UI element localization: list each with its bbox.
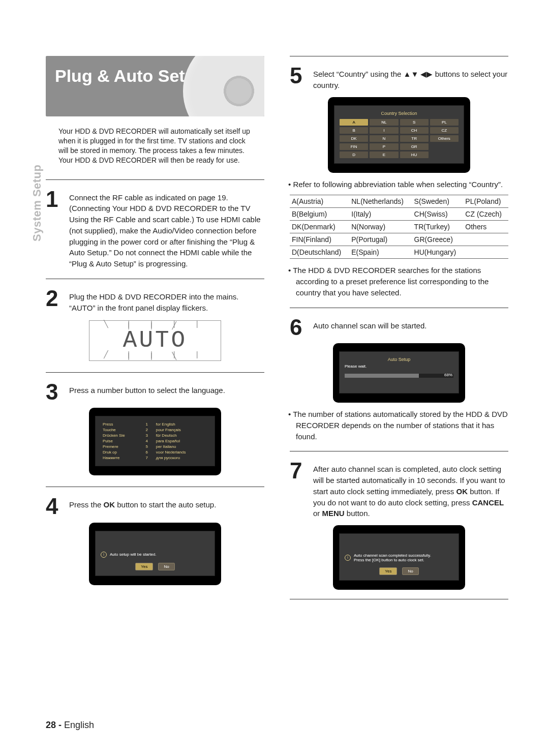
tv-autosetup-start: i Auto setup will be started. Yes No xyxy=(89,523,221,585)
tv-language: Press1for English Touche2pour Français D… xyxy=(89,408,221,475)
progress-bar: 68% xyxy=(345,374,453,378)
arrow-icons: ▲▼ ◀▶ xyxy=(404,70,433,78)
manual-page: System Setup Plug & Auto Setup Your HDD … xyxy=(0,0,549,756)
step-text: Plug the HDD & DVD RECORDER into the mai… xyxy=(69,288,264,314)
info-icon: i xyxy=(101,552,107,558)
seg7-word: AUTO xyxy=(94,329,217,352)
note-search: The HDD & DVD RECORDER searches for the … xyxy=(296,265,508,298)
abbreviation-table: A(Austria)NL(Netherlands)S(Sweden)PL(Pol… xyxy=(290,195,508,259)
page-number: 28 - xyxy=(46,720,62,730)
separator xyxy=(290,308,508,308)
step-text: After auto channel scan is completed, au… xyxy=(313,461,508,519)
country-header: Country Selection xyxy=(340,111,459,116)
language-list: Press1for English Touche2pour Français D… xyxy=(101,421,209,461)
step-text: Select “Country” using the ▲▼ ◀▶ buttons… xyxy=(313,66,508,91)
step-number: 7 xyxy=(290,461,307,481)
separator xyxy=(290,451,508,451)
right-column: 5 Select “Country” using the ▲▼ ◀▶ butto… xyxy=(290,56,508,609)
separator xyxy=(46,179,264,180)
scan-header: Auto Setup xyxy=(345,357,453,362)
step-1: 1 Connect the RF cable as indicated on p… xyxy=(46,189,264,269)
side-tab: System Setup xyxy=(30,165,44,242)
step-7: 7 After auto channel scan is completed, … xyxy=(290,461,508,519)
step-number: 6 xyxy=(290,317,307,338)
page-language: English xyxy=(64,720,94,730)
yes-button[interactable]: Yes xyxy=(379,567,397,575)
intro-paragraph: Your HDD & DVD RECORDER will automatical… xyxy=(58,127,252,165)
info-icon: i xyxy=(345,555,351,561)
tv-country: Country Selection ANLSPL BICHCZ DKNTROth… xyxy=(328,97,470,173)
done-line2: Press the [OK] button to auto clock set. xyxy=(354,558,431,562)
no-button[interactable]: No xyxy=(402,567,418,575)
progress-pct: 68% xyxy=(444,373,452,377)
tv-scan: Auto Setup Please wait. 68% xyxy=(333,343,465,403)
autosetup-msg: Auto setup will be started. xyxy=(110,552,157,557)
step-5: 5 Select “Country” using the ▲▼ ◀▶ butto… xyxy=(290,66,508,91)
step-6: 6 Auto channel scan will be started. xyxy=(290,317,508,338)
disc-graphic xyxy=(183,56,264,116)
step-number: 1 xyxy=(46,189,63,209)
step-number: 3 xyxy=(46,382,63,402)
tv-done: i Auto channel scan completed successful… xyxy=(333,525,465,590)
step-text: Press the OK button to start the auto se… xyxy=(69,496,264,510)
front-panel-display: ╲ | | | | | | ╱ AUTO ╱ | | | | | | ╲ xyxy=(89,320,221,360)
step-number: 5 xyxy=(290,66,307,86)
scan-wait: Please wait. xyxy=(345,364,453,369)
step-2: 2 Plug the HDD & DVD RECORDER into the m… xyxy=(46,288,264,314)
page-footer: 28 - English xyxy=(46,720,94,731)
done-line1: Auto channel scan completed successfully… xyxy=(354,553,431,558)
step-3: 3 Press a number button to select the la… xyxy=(46,382,264,402)
step-number: 4 xyxy=(46,496,63,517)
step-text: Press a number button to select the lang… xyxy=(69,382,264,396)
step-number: 2 xyxy=(46,288,63,309)
step-text: Auto channel scan will be started. xyxy=(313,317,508,331)
separator xyxy=(46,279,264,279)
note-stations: The number of stations automatically sto… xyxy=(296,409,508,442)
step-text: Connect the RF cable as indicated on pag… xyxy=(69,189,264,269)
note-abbr: Refer to following abbreviation table wh… xyxy=(296,179,508,190)
separator xyxy=(46,372,264,373)
separator xyxy=(290,56,508,56)
left-column: Plug & Auto Setup Your HDD & DVD RECORDE… xyxy=(46,56,264,585)
page-title: Plug & Auto Setup xyxy=(46,56,264,116)
country-grid[interactable]: ANLSPL BICHCZ DKNTROthers FINPGR DEHU xyxy=(340,119,459,158)
separator xyxy=(46,487,264,487)
separator xyxy=(290,599,508,599)
no-button[interactable]: No xyxy=(158,563,174,570)
yes-button[interactable]: Yes xyxy=(135,563,153,570)
step-4: 4 Press the OK button to start the auto … xyxy=(46,496,264,517)
